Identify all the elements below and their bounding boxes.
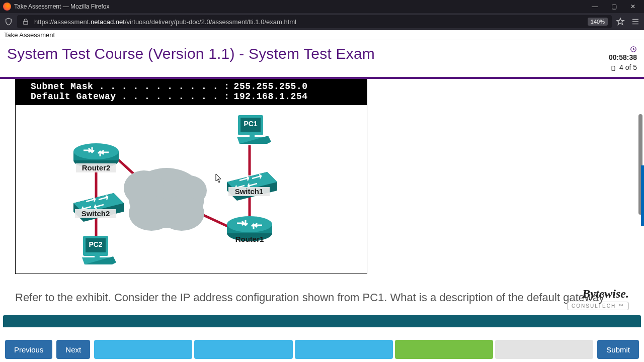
page-counter: 4 of 5 (619, 62, 637, 72)
hamburger-menu-icon[interactable] (631, 17, 640, 26)
zoom-badge[interactable]: 140% (588, 18, 608, 26)
watermark-sub: CONSULTECH ™ (567, 302, 629, 310)
switch1-label: Switch1 (235, 187, 264, 196)
previous-button[interactable]: Previous (5, 340, 52, 359)
pc2-label: PC2 (89, 240, 102, 248)
progress-segment[interactable] (94, 340, 192, 359)
window-titlebar: Take Assessment — Mozilla Firefox — ▢ ✕ (0, 0, 644, 13)
url-prefix: https://assessment. (34, 18, 91, 26)
exam-footer: Previous Next Submit (0, 340, 644, 359)
submit-button[interactable]: Submit (597, 340, 639, 359)
page-icon (609, 64, 616, 71)
url-path: /virtuoso/delivery/pub-doc/2.0/assessmen… (125, 18, 296, 26)
url-input[interactable]: https://assessment.netacad.net/virtuoso/… (17, 15, 612, 28)
window-title: Take Assessment — Mozilla Firefox (14, 3, 109, 10)
next-button[interactable]: Next (56, 340, 90, 359)
terminal-label: Default Gateway (31, 92, 116, 102)
question-content: Subnet Mask . . . . . . . . . . . : 255.… (0, 79, 644, 315)
switch2-label: Switch2 (82, 209, 110, 218)
progress-segment[interactable] (194, 340, 292, 359)
network-topology: Router2 Switch2 (16, 105, 367, 274)
window-maximize-icon[interactable]: ▢ (608, 3, 620, 10)
exam-header: System Test Course (Version 1.1) - Syste… (0, 40, 644, 79)
side-tab-handle[interactable] (641, 165, 644, 226)
terminal-output: Subnet Mask . . . . . . . . . . . : 255.… (16, 79, 367, 105)
window-close-icon[interactable]: ✕ (627, 3, 639, 10)
watermark: Bytewise. CONSULTECH ™ (567, 287, 629, 310)
url-domain: netacad.net (91, 18, 125, 26)
breadcrumb: Take Assessment (0, 30, 644, 40)
exam-title: System Test Course (Version 1.1) - Syste… (7, 45, 375, 62)
question-text: Refer to the exhibit. Consider the IP ad… (15, 291, 634, 304)
watermark-brand: Bytewise. (567, 287, 629, 301)
terminal-value: 192.168.1.254 (230, 92, 308, 102)
svg-point-21 (227, 216, 272, 232)
progress-segment[interactable] (495, 340, 593, 359)
lock-icon (21, 17, 30, 26)
firefox-icon (3, 3, 11, 11)
exhibit-image: Subnet Mask . . . . . . . . . . . : 255.… (15, 79, 367, 274)
exam-timer: 00:58:38 (609, 52, 637, 62)
router1-label: Router1 (235, 235, 264, 243)
router2-label: Router2 (82, 163, 111, 172)
progress-segment[interactable] (395, 340, 493, 359)
answer-panel-header (3, 315, 641, 327)
shield-icon[interactable] (4, 17, 13, 26)
clock-icon (630, 45, 637, 52)
terminal-label: Subnet Mask (31, 81, 93, 92)
bookmark-star-icon[interactable] (616, 17, 625, 26)
pc1-label: PC1 (244, 120, 257, 128)
progress-segments (94, 340, 593, 359)
terminal-value: 255.255.255.0 (230, 81, 308, 92)
window-minimize-icon[interactable]: — (589, 3, 601, 10)
progress-segment[interactable] (295, 340, 393, 359)
browser-toolbar: https://assessment.netacad.net/virtuoso/… (0, 13, 644, 30)
svg-point-11 (129, 196, 174, 231)
svg-point-14 (73, 143, 119, 159)
